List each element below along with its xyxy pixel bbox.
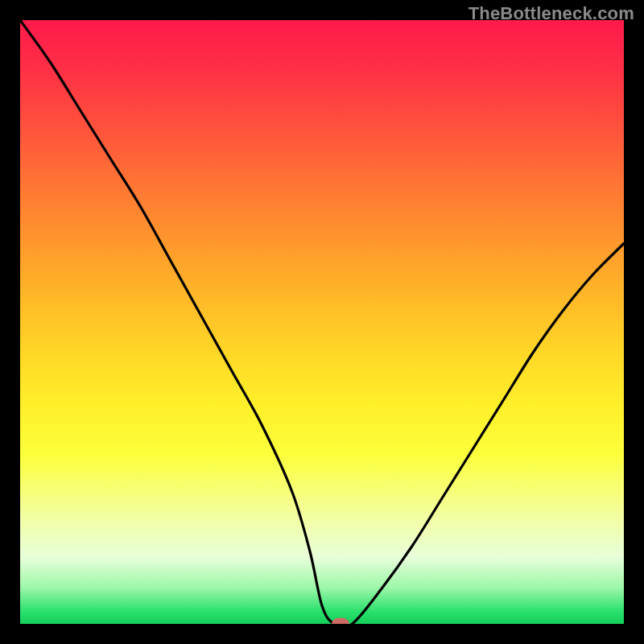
optimal-point-marker bbox=[332, 618, 349, 625]
chart-frame: TheBottleneck.com bbox=[0, 0, 644, 644]
bottleneck-curve bbox=[20, 20, 624, 624]
curve-path bbox=[20, 20, 624, 624]
plot-area bbox=[20, 20, 624, 624]
